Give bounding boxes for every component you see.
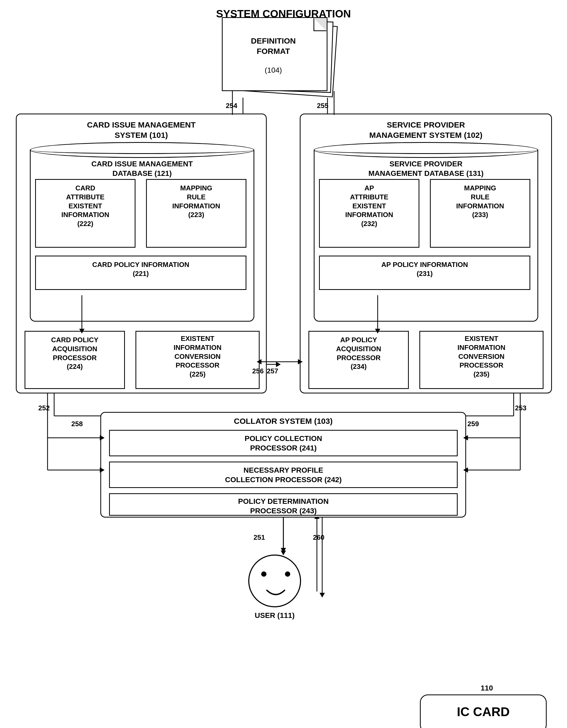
- definition-format-doc: DEFINITIONFORMAT (104): [222, 17, 346, 96]
- connector-260: 260: [313, 533, 324, 542]
- card-attribute-box: CARDATTRIBUTEEXISTENTINFORMATION(222): [35, 179, 135, 248]
- connector-258: 258: [71, 420, 83, 428]
- svg-marker-26: [281, 548, 286, 553]
- ap-policy-acq-label: AP POLICYACQUISITIONPROCESSOR(234): [309, 336, 408, 371]
- user-label: USER (111): [248, 611, 301, 620]
- mapping-rule-1-label: MAPPINGRULEINFORMATION(223): [147, 184, 246, 219]
- existent-conv-1-label: EXISTENTINFORMATIONCONVERSIONPROCESSOR(2…: [136, 334, 259, 379]
- definition-format-label: DEFINITIONFORMAT: [222, 36, 325, 56]
- card-policy-acq-label: CARD POLICYACQUISITIONPROCESSOR(224): [25, 336, 124, 371]
- connector-252: 252: [38, 404, 50, 412]
- ic-card-number: 110: [481, 684, 493, 692]
- ap-attribute-label: APATTRIBUTEEXISTENTINFORMATION(232): [320, 184, 419, 228]
- mapping-rule-2-box: MAPPINGRULEINFORMATION(233): [430, 179, 530, 248]
- connector-257: 257: [267, 367, 278, 375]
- svg-marker-53: [320, 593, 325, 598]
- card-issue-system-box: CARD ISSUE MANAGEMENTSYSTEM (101) CARD I…: [16, 114, 267, 393]
- necessary-profile-label: NECESSARY PROFILECOLLECTION PROCESSOR (2…: [110, 466, 457, 485]
- service-provider-system-box: SERVICE PROVIDERMANAGEMENT SYSTEM (102) …: [300, 114, 552, 393]
- ic-card-label: IC CARD: [421, 704, 546, 719]
- existent-conv-2-box: EXISTENTINFORMATIONCONVERSIONPROCESSOR(2…: [419, 331, 543, 389]
- diagram: SYSTEM CONFIGURATION DEFINITIONFORMAT (1…: [0, 0, 567, 728]
- ic-card-box: IC CARD: [420, 694, 547, 728]
- user-figure: USER (111): [248, 555, 301, 620]
- service-provider-db-label: SERVICE PROVIDERMANAGEMENT DATABASE (131…: [314, 159, 538, 179]
- connector-253: 253: [515, 404, 526, 412]
- connector-251: 251: [254, 533, 265, 542]
- existent-conv-2-label: EXISTENTINFORMATIONCONVERSIONPROCESSOR(2…: [420, 334, 543, 379]
- card-issue-db-cylinder: CARD ISSUE MANAGEMENTDATABASE (121) CARD…: [30, 142, 254, 322]
- card-policy-acq-box: CARD POLICYACQUISITIONPROCESSOR(224): [25, 331, 125, 389]
- card-issue-db-label: CARD ISSUE MANAGEMENTDATABASE (121): [30, 159, 254, 179]
- existent-conv-1-box: EXISTENTINFORMATIONCONVERSIONPROCESSOR(2…: [135, 331, 260, 389]
- policy-collection-box: POLICY COLLECTIONPROCESSOR (241): [109, 430, 458, 456]
- card-policy-info-label: CARD POLICY INFORMATION(221): [36, 260, 246, 278]
- ap-attribute-box: APATTRIBUTEEXISTENTINFORMATION(232): [319, 179, 419, 248]
- card-issue-system-label: CARD ISSUE MANAGEMENTSYSTEM (101): [17, 120, 266, 140]
- connector-256: 256: [252, 367, 264, 375]
- connector-255: 255: [317, 102, 328, 110]
- connector-254: 254: [226, 102, 237, 110]
- service-provider-system-label: SERVICE PROVIDERMANAGEMENT SYSTEM (102): [301, 120, 551, 140]
- card-policy-info-box: CARD POLICY INFORMATION(221): [35, 256, 246, 290]
- ap-policy-info-box: AP POLICY INFORMATION(231): [319, 256, 530, 290]
- card-attribute-label: CARDATTRIBUTEEXISTENTINFORMATION(222): [36, 184, 135, 228]
- ap-policy-info-label: AP POLICY INFORMATION(231): [320, 260, 529, 278]
- service-provider-db-cylinder: SERVICE PROVIDERMANAGEMENT DATABASE (131…: [314, 142, 538, 322]
- definition-format-number: (104): [222, 66, 325, 74]
- policy-collection-label: POLICY COLLECTIONPROCESSOR (241): [110, 434, 457, 453]
- ap-policy-acq-box: AP POLICYACQUISITIONPROCESSOR(234): [308, 331, 409, 389]
- policy-determination-box: POLICY DETERMINATIONPROCESSOR (243): [109, 493, 458, 516]
- mapping-rule-1-box: MAPPINGRULEINFORMATION(223): [146, 179, 246, 248]
- mapping-rule-2-label: MAPPINGRULEINFORMATION(233): [431, 184, 529, 219]
- collator-system-label: COLLATOR SYSTEM (103): [101, 417, 465, 426]
- policy-determination-label: POLICY DETERMINATIONPROCESSOR (243): [110, 497, 457, 516]
- connector-259: 259: [467, 420, 479, 428]
- svg-marker-10: [276, 362, 281, 367]
- necessary-profile-box: NECESSARY PROFILECOLLECTION PROCESSOR (2…: [109, 462, 458, 488]
- collator-system-box: COLLATOR SYSTEM (103) POLICY COLLECTIONP…: [100, 412, 466, 518]
